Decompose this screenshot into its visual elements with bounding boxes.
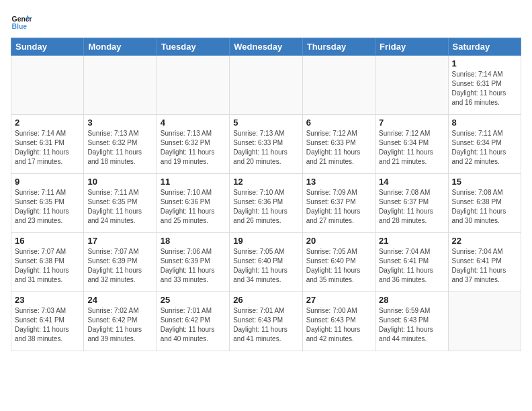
logo-icon: General Blue [11, 11, 32, 32]
day-info: Sunrise: 7:08 AM Sunset: 6:38 PM Dayligh… [452, 188, 517, 226]
day-number: 9 [15, 177, 80, 187]
day-info: Sunrise: 7:11 AM Sunset: 6:35 PM Dayligh… [87, 188, 152, 226]
day-info: Sunrise: 7:11 AM Sunset: 6:35 PM Dayligh… [15, 188, 80, 226]
calendar-cell: 16Sunrise: 7:07 AM Sunset: 6:38 PM Dayli… [11, 233, 84, 292]
day-info: Sunrise: 7:01 AM Sunset: 6:43 PM Dayligh… [233, 306, 298, 344]
day-number: 28 [379, 295, 444, 305]
calendar-cell: 22Sunrise: 7:04 AM Sunset: 6:41 PM Dayli… [448, 233, 521, 292]
day-number: 27 [306, 295, 371, 305]
day-info: Sunrise: 7:05 AM Sunset: 6:40 PM Dayligh… [306, 247, 371, 285]
day-number: 26 [233, 295, 298, 305]
calendar-cell: 9Sunrise: 7:11 AM Sunset: 6:35 PM Daylig… [11, 174, 84, 233]
calendar-cell: 27Sunrise: 7:00 AM Sunset: 6:43 PM Dayli… [302, 292, 375, 351]
day-number: 6 [306, 118, 371, 128]
day-info: Sunrise: 7:13 AM Sunset: 6:32 PM Dayligh… [87, 129, 152, 167]
day-info: Sunrise: 7:06 AM Sunset: 6:39 PM Dayligh… [161, 247, 226, 285]
day-number: 19 [233, 236, 298, 246]
week-row-5: 23Sunrise: 7:03 AM Sunset: 6:41 PM Dayli… [11, 292, 521, 351]
calendar-cell [302, 56, 375, 115]
day-info: Sunrise: 7:03 AM Sunset: 6:41 PM Dayligh… [15, 306, 80, 344]
day-info: Sunrise: 7:02 AM Sunset: 6:42 PM Dayligh… [87, 306, 152, 344]
day-number: 1 [452, 58, 517, 68]
day-info: Sunrise: 7:09 AM Sunset: 6:37 PM Dayligh… [306, 188, 371, 226]
day-number: 8 [452, 118, 517, 128]
day-info: Sunrise: 7:11 AM Sunset: 6:34 PM Dayligh… [452, 129, 517, 167]
weekday-header-tuesday: Tuesday [157, 38, 229, 56]
calendar-cell: 2Sunrise: 7:14 AM Sunset: 6:31 PM Daylig… [11, 115, 84, 174]
logo: General Blue [11, 11, 35, 32]
calendar-cell: 4Sunrise: 7:13 AM Sunset: 6:32 PM Daylig… [157, 115, 229, 174]
day-info: Sunrise: 7:12 AM Sunset: 6:33 PM Dayligh… [306, 129, 371, 167]
day-number: 13 [306, 177, 371, 187]
day-info: Sunrise: 6:59 AM Sunset: 6:43 PM Dayligh… [379, 306, 444, 344]
day-number: 20 [306, 236, 371, 246]
calendar-cell: 5Sunrise: 7:13 AM Sunset: 6:33 PM Daylig… [230, 115, 302, 174]
day-number: 11 [161, 177, 226, 187]
day-number: 17 [87, 236, 152, 246]
weekday-header-row: SundayMondayTuesdayWednesdayThursdayFrid… [11, 38, 521, 56]
calendar-cell [84, 56, 157, 115]
weekday-header-monday: Monday [84, 38, 157, 56]
day-info: Sunrise: 7:14 AM Sunset: 6:31 PM Dayligh… [15, 129, 80, 167]
weekday-header-friday: Friday [375, 38, 448, 56]
day-number: 21 [379, 236, 444, 246]
day-number: 3 [87, 118, 152, 128]
header: General Blue [11, 11, 521, 32]
day-number: 23 [15, 295, 80, 305]
day-info: Sunrise: 7:00 AM Sunset: 6:43 PM Dayligh… [306, 306, 371, 344]
calendar-cell: 23Sunrise: 7:03 AM Sunset: 6:41 PM Dayli… [11, 292, 84, 351]
day-number: 25 [161, 295, 226, 305]
week-row-2: 2Sunrise: 7:14 AM Sunset: 6:31 PM Daylig… [11, 115, 521, 174]
day-number: 10 [87, 177, 152, 187]
week-row-4: 16Sunrise: 7:07 AM Sunset: 6:38 PM Dayli… [11, 233, 521, 292]
week-row-1: 1Sunrise: 7:14 AM Sunset: 6:31 PM Daylig… [11, 56, 521, 115]
calendar-cell: 20Sunrise: 7:05 AM Sunset: 6:40 PM Dayli… [302, 233, 375, 292]
calendar-cell: 14Sunrise: 7:08 AM Sunset: 6:37 PM Dayli… [375, 174, 448, 233]
calendar-cell: 19Sunrise: 7:05 AM Sunset: 6:40 PM Dayli… [230, 233, 302, 292]
weekday-header-sunday: Sunday [11, 38, 84, 56]
day-number: 15 [452, 177, 517, 187]
day-number: 14 [379, 177, 444, 187]
calendar-cell: 12Sunrise: 7:10 AM Sunset: 6:36 PM Dayli… [230, 174, 302, 233]
day-info: Sunrise: 7:08 AM Sunset: 6:37 PM Dayligh… [379, 188, 444, 226]
calendar-cell: 15Sunrise: 7:08 AM Sunset: 6:38 PM Dayli… [448, 174, 521, 233]
day-number: 4 [161, 118, 226, 128]
calendar-cell: 18Sunrise: 7:06 AM Sunset: 6:39 PM Dayli… [157, 233, 229, 292]
day-info: Sunrise: 7:04 AM Sunset: 6:41 PM Dayligh… [452, 247, 517, 285]
calendar-table: SundayMondayTuesdayWednesdayThursdayFrid… [11, 38, 521, 351]
weekday-header-thursday: Thursday [302, 38, 375, 56]
calendar-cell [11, 56, 84, 115]
calendar-cell: 6Sunrise: 7:12 AM Sunset: 6:33 PM Daylig… [302, 115, 375, 174]
weekday-header-wednesday: Wednesday [230, 38, 302, 56]
calendar-cell: 8Sunrise: 7:11 AM Sunset: 6:34 PM Daylig… [448, 115, 521, 174]
calendar-cell: 3Sunrise: 7:13 AM Sunset: 6:32 PM Daylig… [84, 115, 157, 174]
calendar-cell: 1Sunrise: 7:14 AM Sunset: 6:31 PM Daylig… [448, 56, 521, 115]
day-info: Sunrise: 7:07 AM Sunset: 6:39 PM Dayligh… [87, 247, 152, 285]
day-info: Sunrise: 7:14 AM Sunset: 6:31 PM Dayligh… [452, 70, 517, 107]
day-info: Sunrise: 7:04 AM Sunset: 6:41 PM Dayligh… [379, 247, 444, 285]
calendar-cell [448, 292, 521, 351]
calendar-cell: 28Sunrise: 6:59 AM Sunset: 6:43 PM Dayli… [375, 292, 448, 351]
calendar-cell: 7Sunrise: 7:12 AM Sunset: 6:34 PM Daylig… [375, 115, 448, 174]
day-number: 7 [379, 118, 444, 128]
calendar-cell: 10Sunrise: 7:11 AM Sunset: 6:35 PM Dayli… [84, 174, 157, 233]
day-info: Sunrise: 7:13 AM Sunset: 6:33 PM Dayligh… [233, 129, 298, 167]
day-number: 18 [161, 236, 226, 246]
day-info: Sunrise: 7:13 AM Sunset: 6:32 PM Dayligh… [161, 129, 226, 167]
calendar-cell: 25Sunrise: 7:01 AM Sunset: 6:42 PM Dayli… [157, 292, 229, 351]
svg-text:Blue: Blue [12, 23, 28, 30]
day-number: 5 [233, 118, 298, 128]
day-info: Sunrise: 7:05 AM Sunset: 6:40 PM Dayligh… [233, 247, 298, 285]
day-number: 16 [15, 236, 80, 246]
calendar-cell [230, 56, 302, 115]
day-info: Sunrise: 7:01 AM Sunset: 6:42 PM Dayligh… [161, 306, 226, 344]
week-row-3: 9Sunrise: 7:11 AM Sunset: 6:35 PM Daylig… [11, 174, 521, 233]
weekday-header-saturday: Saturday [448, 38, 521, 56]
day-number: 2 [15, 118, 80, 128]
day-info: Sunrise: 7:10 AM Sunset: 6:36 PM Dayligh… [161, 188, 226, 226]
calendar-cell: 26Sunrise: 7:01 AM Sunset: 6:43 PM Dayli… [230, 292, 302, 351]
calendar-cell [157, 56, 229, 115]
day-info: Sunrise: 7:10 AM Sunset: 6:36 PM Dayligh… [233, 188, 298, 226]
calendar-cell: 11Sunrise: 7:10 AM Sunset: 6:36 PM Dayli… [157, 174, 229, 233]
calendar-cell: 17Sunrise: 7:07 AM Sunset: 6:39 PM Dayli… [84, 233, 157, 292]
